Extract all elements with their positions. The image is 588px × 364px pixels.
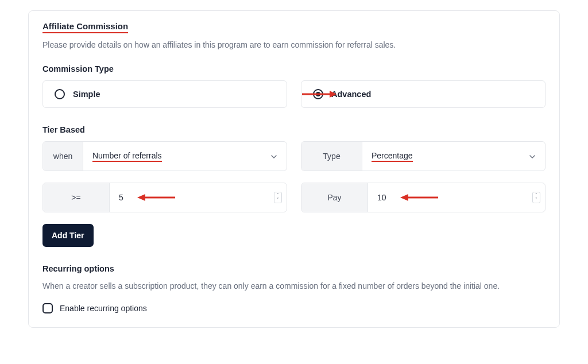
tier-type-select[interactable]: Type Percentage: [301, 141, 546, 171]
type-value: Percentage: [372, 151, 413, 162]
svg-marker-3: [137, 194, 145, 201]
section-title: Affiliate Commission: [42, 21, 128, 33]
commission-type-advanced[interactable]: Advanced: [301, 80, 546, 108]
radio-label: Simple: [73, 90, 100, 99]
annotation-arrow-left: [399, 193, 438, 202]
tier-when-select[interactable]: when Number of referrals: [42, 141, 287, 171]
number-spinner-icon[interactable]: ˄˅: [532, 192, 540, 203]
pay-value: 10: [377, 193, 386, 202]
annotation-arrow-left: [136, 193, 175, 202]
radio-icon: [55, 89, 65, 99]
section-description: Please provide details on how an affilia…: [42, 40, 546, 49]
tier-based-label: Tier Based: [42, 125, 546, 134]
enable-recurring-checkbox[interactable]: [42, 303, 53, 313]
commission-type-simple[interactable]: Simple: [42, 80, 287, 108]
commission-type-radio-group: Simple Advanced: [42, 80, 546, 108]
tier-pay-input[interactable]: Pay 10 ˄˅: [301, 183, 546, 212]
pay-prefix: Pay: [301, 183, 368, 212]
radio-icon: [313, 89, 323, 99]
when-prefix: when: [43, 142, 83, 171]
gte-value: 5: [119, 193, 123, 202]
gte-prefix: >=: [43, 183, 110, 212]
add-tier-button[interactable]: Add Tier: [42, 224, 94, 247]
radio-label: Advanced: [331, 90, 371, 99]
affiliate-commission-card: Affiliate Commission Please provide deta…: [28, 10, 560, 328]
recurring-options-label: Recurring options: [42, 264, 546, 273]
number-spinner-icon[interactable]: ˄˅: [274, 192, 282, 203]
chevron-down-icon: [270, 153, 277, 160]
type-prefix: Type: [301, 142, 362, 171]
svg-marker-5: [400, 194, 408, 201]
chevron-down-icon: [529, 153, 536, 160]
commission-type-label: Commission Type: [42, 64, 546, 73]
recurring-description: When a creator sells a subscription prod…: [42, 280, 546, 293]
tier-gte-input[interactable]: >= 5 ˄˅: [42, 183, 287, 212]
when-value: Number of referrals: [92, 151, 162, 162]
enable-recurring-label: Enable recurring options: [60, 304, 147, 313]
